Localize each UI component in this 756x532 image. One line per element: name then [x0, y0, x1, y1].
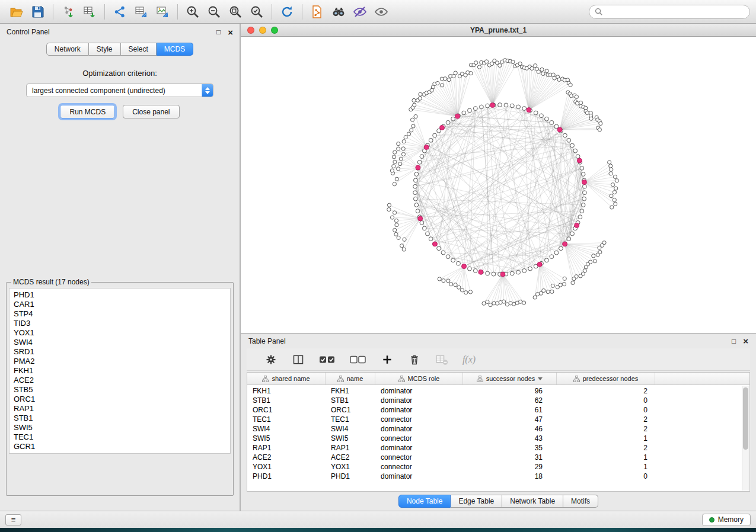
cell-mcds-role[interactable]: dominator	[375, 405, 463, 415]
refresh-layout-button[interactable]	[276, 3, 298, 21]
cell-predecessor-nodes[interactable]: 0	[557, 405, 655, 415]
table-scrollbar[interactable]	[742, 386, 749, 491]
cell-name[interactable]: YOX1	[326, 462, 375, 472]
mcds-result-item[interactable]: SWI4	[14, 338, 226, 347]
cell-successor-nodes[interactable]: 47	[463, 415, 557, 424]
cell-shared-name[interactable]: YOX1	[247, 462, 326, 472]
cell-predecessor-nodes[interactable]: 2	[557, 386, 655, 396]
cell-predecessor-nodes[interactable]: 2	[557, 424, 655, 434]
mcds-result-item[interactable]: CAR1	[14, 300, 226, 309]
cell-name[interactable]: SWI5	[326, 434, 375, 443]
column-header-mcds-role[interactable]: MCDS role	[375, 373, 463, 384]
cell-mcds-role[interactable]: connector	[375, 453, 463, 462]
import-network-button[interactable]	[58, 3, 79, 21]
cell-successor-nodes[interactable]: 31	[463, 453, 557, 462]
search-box[interactable]	[589, 5, 750, 19]
add-row-button[interactable]	[379, 352, 395, 367]
network-graph[interactable]	[241, 37, 755, 333]
table-row[interactable]: STB1STB1dominator620	[247, 396, 749, 405]
column-header-name[interactable]: name	[326, 373, 375, 384]
mcds-result-item[interactable]: SWI5	[14, 423, 226, 432]
close-window-icon[interactable]	[247, 27, 254, 34]
zoom-in-button[interactable]	[182, 3, 203, 21]
cell-mcds-role[interactable]: dominator	[375, 386, 463, 396]
table-row[interactable]: FKH1FKH1dominator962	[247, 386, 749, 396]
memory-button[interactable]: Memory	[702, 514, 751, 526]
cell-name[interactable]: RAP1	[326, 443, 375, 453]
graphics-details-button[interactable]	[349, 3, 371, 21]
cell-successor-nodes[interactable]: 18	[463, 472, 557, 481]
cell-name[interactable]: SWI4	[326, 424, 375, 434]
mcds-result-item[interactable]: STB1	[14, 414, 226, 423]
mcds-result-list[interactable]: PHD1CAR1STP4TID3YOX1SWI4SRD1PMA2FKH1ACE2…	[9, 288, 231, 454]
tab-network-table[interactable]: Network Table	[502, 495, 563, 508]
table-row[interactable]: ORC1ORC1dominator610	[247, 405, 749, 415]
show-details-button[interactable]	[371, 3, 392, 21]
column-header-shared-name[interactable]: shared name	[247, 373, 326, 384]
cell-shared-name[interactable]: FKH1	[247, 386, 326, 396]
mcds-result-item[interactable]: ACE2	[14, 376, 226, 385]
cell-predecessor-nodes[interactable]: 0	[557, 396, 655, 405]
mcds-result-item[interactable]: SRD1	[14, 347, 226, 357]
cell-successor-nodes[interactable]: 62	[463, 396, 557, 405]
mcds-result-item[interactable]: PHD1	[14, 290, 226, 300]
cell-shared-name[interactable]: SWI5	[247, 434, 326, 443]
mcds-result-item[interactable]: STP4	[14, 309, 226, 319]
cell-successor-nodes[interactable]: 35	[463, 443, 557, 453]
cell-mcds-role[interactable]: dominator	[375, 396, 463, 405]
table-row[interactable]: PHD1PHD1dominator180	[247, 472, 749, 481]
export-network-button[interactable]	[109, 3, 130, 21]
cell-predecessor-nodes[interactable]: 1	[557, 453, 655, 462]
cell-successor-nodes[interactable]: 96	[463, 386, 557, 396]
cell-successor-nodes[interactable]: 61	[463, 405, 557, 415]
tab-mcds[interactable]: MCDS	[157, 43, 193, 56]
clear-table-button[interactable]	[434, 352, 449, 367]
criterion-dropdown[interactable]: largest connected component (undirected)	[26, 84, 213, 97]
find-button[interactable]	[328, 3, 349, 21]
network-canvas[interactable]	[241, 37, 756, 333]
cell-mcds-role[interactable]: dominator	[375, 472, 463, 481]
float-panel-icon[interactable]: □	[216, 28, 221, 36]
cell-name[interactable]: ACE2	[326, 453, 375, 462]
export-image-button[interactable]	[152, 3, 173, 21]
cell-name[interactable]: ORC1	[326, 405, 375, 415]
zoom-out-button[interactable]	[203, 3, 225, 21]
cell-mcds-role[interactable]: dominator	[375, 443, 463, 453]
cell-shared-name[interactable]: SWI4	[247, 424, 326, 434]
cell-predecessor-nodes[interactable]: 2	[557, 443, 655, 453]
mcds-result-item[interactable]: ORC1	[14, 395, 226, 404]
cell-name[interactable]: FKH1	[326, 386, 375, 396]
mcds-result-item[interactable]: PMA2	[14, 357, 226, 366]
cell-successor-nodes[interactable]: 29	[463, 462, 557, 472]
cell-successor-nodes[interactable]: 46	[463, 424, 557, 434]
tab-style[interactable]: Style	[89, 43, 121, 56]
panel-menu-button[interactable]: ≡	[5, 514, 21, 525]
close-panel-icon[interactable]: ×	[228, 28, 233, 37]
search-input[interactable]	[606, 8, 744, 16]
mcds-result-item[interactable]: YOX1	[14, 328, 226, 338]
mcds-result-item[interactable]: TID3	[14, 319, 226, 328]
zoom-selected-button[interactable]	[246, 3, 267, 21]
tab-edge-table[interactable]: Edge Table	[451, 495, 502, 508]
cell-shared-name[interactable]: ACE2	[247, 453, 326, 462]
sort-menu-icon[interactable]	[538, 377, 543, 380]
table-settings-button[interactable]	[263, 352, 279, 367]
cell-predecessor-nodes[interactable]: 0	[557, 472, 655, 481]
function-builder-button[interactable]: f(x)	[461, 352, 477, 367]
cell-shared-name[interactable]: RAP1	[247, 443, 326, 453]
scrollbar-thumb[interactable]	[743, 387, 748, 450]
deselect-all-button[interactable]	[349, 352, 368, 367]
cell-name[interactable]: PHD1	[326, 472, 375, 481]
cell-mcds-role[interactable]: connector	[375, 462, 463, 472]
cell-shared-name[interactable]: ORC1	[247, 405, 326, 415]
close-panel-button[interactable]: Close panel	[123, 105, 179, 118]
cell-predecessor-nodes[interactable]: 1	[557, 462, 655, 472]
zoom-fit-button[interactable]	[225, 3, 246, 21]
minimize-window-icon[interactable]	[259, 27, 266, 34]
mcds-result-item[interactable]: TEC1	[14, 432, 226, 442]
export-table-button[interactable]	[130, 3, 152, 21]
save-session-button[interactable]	[27, 3, 49, 21]
table-row[interactable]: YOX1YOX1connector291	[247, 462, 749, 472]
table-row[interactable]: SWI4SWI4dominator462	[247, 424, 749, 434]
open-file-button[interactable]	[6, 3, 27, 21]
